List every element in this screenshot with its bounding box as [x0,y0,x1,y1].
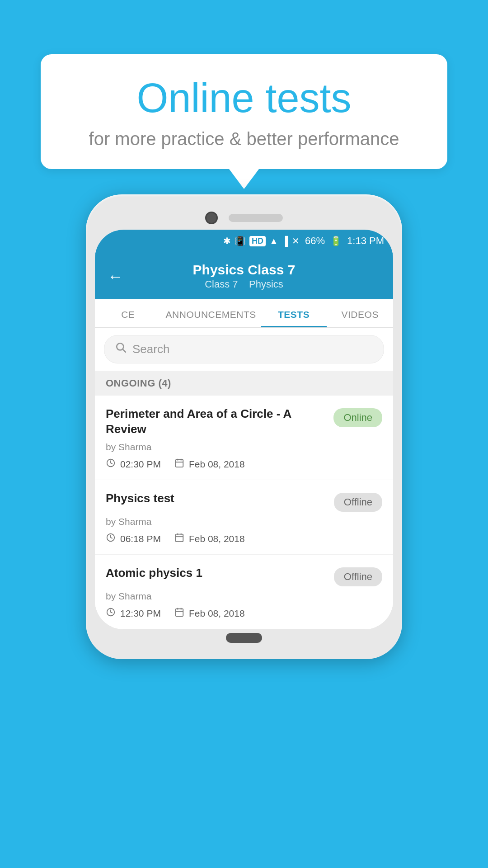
test-title: Physics test [106,491,327,506]
test-item-header: Physics test Offline [106,491,382,512]
test-item[interactable]: Atomic physics 1 Offline by Sharma [95,555,393,629]
test-time: 06:18 PM [106,533,161,545]
test-title: Atomic physics 1 [106,566,327,581]
phone-home-button[interactable] [226,633,262,643]
test-author: by Sharma [106,442,382,453]
tab-tests[interactable]: TESTS [261,299,327,327]
status-bar: ✱ 📳 HD ▲ ▐ ✕ 66% 🔋 1:13 PM [95,230,393,252]
test-time: 12:30 PM [106,607,161,620]
app-bar-title: Physics Class 7 [132,262,356,278]
app-bar-subtitle: Class 7 Physics [132,278,356,290]
test-date: Feb 08, 2018 [174,458,245,471]
section-header: ONGOING (4) [95,371,393,396]
phone-speaker [229,214,283,222]
tab-ce[interactable]: CE [95,299,161,327]
app-bar: ← Physics Class 7 Class 7 Physics [95,252,393,299]
svg-rect-3 [176,459,183,467]
test-title: Perimeter and Area of a Circle - A Revie… [106,406,326,437]
svg-rect-13 [176,609,183,616]
battery-text: 66% [305,235,325,247]
test-item[interactable]: Perimeter and Area of a Circle - A Revie… [95,396,393,480]
test-meta: 12:30 PM [106,607,382,620]
test-item[interactable]: Physics test Offline by Sharma [95,480,393,555]
time-text: 1:13 PM [347,235,384,247]
clock-icon [106,607,116,620]
phone-outer: ✱ 📳 HD ▲ ▐ ✕ 66% 🔋 1:13 PM ← Physics [86,194,402,659]
subtitle-class: Class 7 [205,278,238,290]
phone-camera [205,212,218,224]
svg-line-1 [123,349,126,352]
hd-icon: HD [249,236,266,246]
test-meta: 06:18 PM [106,533,382,545]
test-meta: 02:30 PM [106,458,382,471]
speech-bubble: Online tests for more practice & better … [41,54,447,169]
phone-screen: ✱ 📳 HD ▲ ▐ ✕ 66% 🔋 1:13 PM ← Physics [95,230,393,629]
search-icon [115,342,127,357]
status-badge: Offline [334,567,382,586]
signal-icon: ▐ [282,236,288,246]
signal-x-icon: ✕ [292,236,300,246]
subtitle-subject: Physics [249,278,283,290]
test-time: 02:30 PM [106,458,161,471]
test-list: Perimeter and Area of a Circle - A Revie… [95,396,393,629]
tab-bar: CE ANNOUNCEMENTS TESTS VIDEOS [95,299,393,328]
test-date: Feb 08, 2018 [174,533,245,545]
status-badge: Offline [334,493,382,512]
tab-videos[interactable]: VIDEOS [327,299,393,327]
app-bar-title-section: Physics Class 7 Class 7 Physics [132,262,356,290]
phone-top-bar [95,203,393,230]
search-placeholder: Search [132,342,169,356]
status-icons: ✱ 📳 HD ▲ ▐ ✕ [223,236,300,246]
test-author: by Sharma [106,516,382,527]
svg-rect-8 [176,534,183,542]
test-item-header: Atomic physics 1 Offline [106,566,382,586]
vibrate-icon: 📳 [235,236,246,246]
back-button[interactable]: ← [108,268,123,285]
tab-announcements[interactable]: ANNOUNCEMENTS [161,299,261,327]
bubble-title: Online tests [68,76,420,121]
clock-icon [106,533,116,545]
status-badge: Online [333,408,382,427]
test-author: by Sharma [106,591,382,602]
phone-mockup: ✱ 📳 HD ▲ ▐ ✕ 66% 🔋 1:13 PM ← Physics [86,194,402,659]
clock-icon [106,458,116,471]
wifi-icon: ▲ [269,236,278,246]
search-box[interactable]: Search [104,335,384,363]
bluetooth-icon: ✱ [223,236,231,246]
calendar-icon [174,607,184,620]
battery-icon: 🔋 [330,236,342,246]
calendar-icon [174,533,184,545]
test-date: Feb 08, 2018 [174,607,245,620]
search-container: Search [95,328,393,371]
phone-bottom-bar [95,629,393,650]
calendar-icon [174,458,184,471]
test-item-header: Perimeter and Area of a Circle - A Revie… [106,406,382,437]
bubble-subtitle: for more practice & better performance [68,129,420,149]
